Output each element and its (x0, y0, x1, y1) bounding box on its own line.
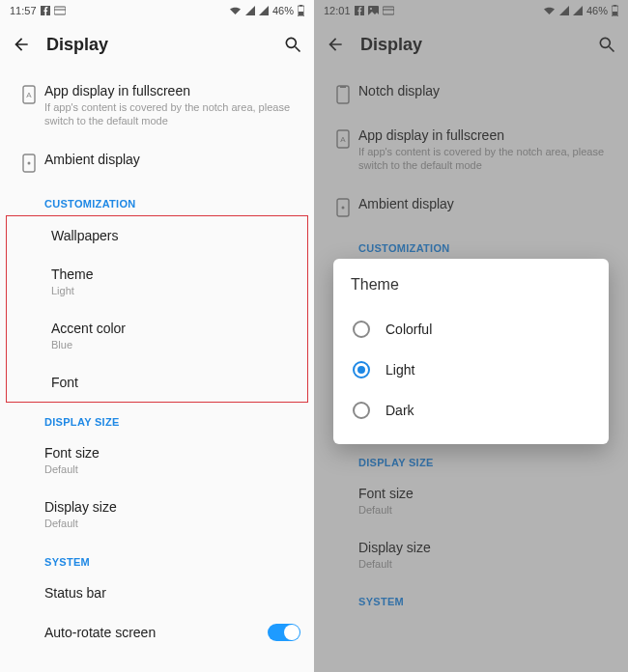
svg-point-6 (286, 38, 296, 47)
item-title: Auto-rotate screen (44, 625, 268, 640)
page-title: Display (46, 35, 281, 55)
facebook-icon (41, 6, 50, 15)
svg-line-7 (296, 47, 300, 52)
svg-point-11 (28, 161, 31, 164)
svg-text:A: A (26, 91, 32, 99)
fullscreen-icon: A (22, 85, 36, 104)
item-title: Display size (44, 499, 300, 515)
theme-dialog: Theme Colorful Light Dark (333, 259, 609, 444)
signal-icon-2 (259, 6, 269, 15)
item-wallpapers[interactable]: Wallpapers (7, 216, 307, 255)
item-title: Font size (44, 445, 300, 461)
item-status-bar[interactable]: Status bar (0, 574, 314, 612)
item-font-size[interactable]: Font size Default (0, 434, 314, 488)
item-subtitle: If app's content is covered by the notch… (44, 100, 300, 128)
item-accent-color[interactable]: Accent color Blue (7, 309, 307, 363)
svg-rect-1 (54, 7, 66, 14)
app-header: Display (0, 21, 314, 71)
item-subtitle: Default (44, 462, 300, 476)
radio-icon (353, 361, 370, 378)
item-display-size[interactable]: Display size Default (0, 488, 314, 542)
theme-option-light[interactable]: Light (351, 350, 591, 390)
item-title: Wallpapers (51, 228, 294, 243)
item-title: Ambient display (44, 152, 300, 167)
settings-list: A App display in fullscreen If app's con… (0, 71, 314, 672)
ambient-icon (22, 154, 36, 173)
status-battery: 46% (272, 5, 294, 16)
phone-right: 12:01 46% Display Notch display A (314, 0, 628, 672)
item-subtitle: Light (51, 284, 294, 297)
item-theme[interactable]: Theme Light (7, 255, 307, 309)
svg-rect-5 (299, 12, 303, 15)
option-label: Colorful (385, 322, 432, 337)
item-app-fullscreen[interactable]: A App display in fullscreen If app's con… (0, 71, 314, 140)
item-title: Accent color (51, 321, 294, 336)
option-label: Light (385, 362, 414, 378)
back-button[interactable] (10, 33, 33, 56)
radio-icon (353, 321, 370, 338)
radio-icon (353, 402, 370, 419)
item-title: Font (51, 375, 294, 390)
item-title: App display in fullscreen (44, 83, 300, 98)
item-title: Theme (51, 266, 294, 282)
item-title: Status bar (44, 585, 300, 601)
phone-left: 11:57 46% Display A App display in fulls… (0, 0, 314, 672)
category-customization: CUSTOMIZATION (0, 184, 314, 215)
battery-icon (298, 5, 304, 16)
status-time: 11:57 (10, 5, 37, 16)
statusbar: 11:57 46% (0, 0, 314, 21)
item-ambient-display[interactable]: Ambient display (0, 140, 314, 184)
auto-rotate-toggle[interactable] (268, 624, 300, 641)
theme-option-colorful[interactable]: Colorful (351, 309, 591, 350)
category-display-size: DISPLAY SIZE (0, 403, 314, 434)
search-button[interactable] (281, 33, 304, 56)
item-font[interactable]: Font (7, 363, 307, 402)
item-subtitle: Blue (51, 338, 294, 351)
dialog-title: Theme (351, 276, 591, 294)
theme-option-dark[interactable]: Dark (351, 390, 591, 431)
item-subtitle: Default (44, 517, 300, 530)
item-auto-rotate[interactable]: Auto-rotate screen (0, 612, 314, 653)
wifi-icon (229, 6, 242, 15)
card-icon (54, 6, 66, 15)
svg-rect-4 (300, 5, 302, 7)
signal-icon (245, 6, 255, 15)
option-label: Dark (385, 403, 414, 418)
highlight-box: Wallpapers Theme Light Accent color Blue… (6, 215, 308, 404)
category-system: SYSTEM (0, 543, 314, 574)
